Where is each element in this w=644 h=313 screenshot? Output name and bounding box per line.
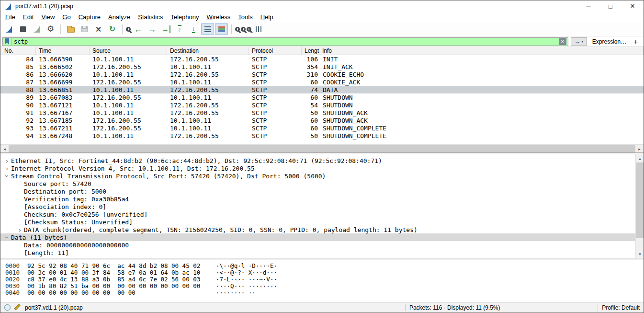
restart-capture-icon[interactable]	[30, 23, 43, 35]
zoom-out-icon[interactable]	[241, 27, 246, 32]
scroll-track[interactable]	[636, 238, 644, 250]
auto-scroll-icon[interactable]	[201, 23, 214, 35]
packet-row[interactable]: 9013.66712110.1.100.11172.16.200.55SCTP5…	[0, 101, 644, 109]
zoom-in-icon[interactable]	[235, 27, 240, 32]
scroll-down-icon[interactable]: ▾	[636, 250, 644, 258]
go-to-last-packet-icon[interactable]	[187, 23, 200, 35]
apply-filter-button[interactable]: → ▾	[571, 37, 587, 46]
clear-filter-icon[interactable]: ×	[559, 38, 566, 45]
packet-row[interactable]: 9113.66716710.1.100.11172.16.200.55SCTP5…	[0, 109, 644, 116]
status-profile[interactable]: Profile: Default	[602, 304, 640, 311]
start-capture-icon[interactable]	[2, 23, 15, 35]
detail-row[interactable]: Internet Protocol Version 4, Src: 10.1.1…	[0, 164, 635, 172]
open-file-icon[interactable]	[64, 23, 77, 35]
menu-go[interactable]: Go	[58, 12, 74, 22]
find-packet-icon[interactable]	[126, 27, 131, 32]
hex-bytes[interactable]: 00 00 00 00 00 00 00 00 00 00	[27, 290, 209, 296]
column-header[interactable]: Protocol	[249, 47, 302, 55]
detail-row[interactable]: [Length: 11]	[0, 249, 635, 256]
vertical-scrollbar[interactable]: ▴ ▾	[635, 154, 644, 258]
hex-ascii[interactable]: ·<··@·?· X···d···	[209, 269, 277, 276]
menu-help[interactable]: Help	[257, 12, 277, 22]
expand-arrow-icon[interactable]	[3, 173, 11, 180]
column-header[interactable]: Info	[319, 47, 644, 55]
display-filter-input[interactable]: sctp ×	[2, 37, 568, 46]
detail-row[interactable]: DATA chunk(ordered, complete segment, TS…	[0, 226, 635, 233]
detail-row[interactable]: Destination port: 5000	[0, 187, 635, 195]
expression-button[interactable]: Expression…	[589, 38, 629, 45]
column-header[interactable]: Source	[90, 47, 167, 55]
detail-row[interactable]: Source port: 57420	[0, 180, 635, 187]
colorize-packets-icon[interactable]	[215, 23, 228, 35]
hex-row[interactable]: 004000 00 00 00 00 00 00 00 00 00·······…	[0, 290, 644, 296]
detail-row[interactable]: Data (11 bytes)	[0, 233, 635, 241]
hex-row[interactable]: 001000 3c 00 01 40 00 3f 84 58 e7 0a 01 …	[0, 269, 644, 276]
packet-row[interactable]: 8913.667083172.16.200.5510.1.100.11SCTP6…	[0, 93, 644, 101]
go-to-first-packet-icon[interactable]	[173, 23, 186, 35]
horizontal-scroll-thumb[interactable]	[9, 145, 635, 152]
detail-row[interactable]: Verification tag: 0xa30b85a4	[0, 195, 635, 203]
menu-analyze[interactable]: Analyze	[104, 12, 134, 22]
hex-row[interactable]: 000092 5c 92 08 40 71 90 6c ac 44 8d b2 …	[0, 263, 644, 269]
detail-row[interactable]: Checksum: 0x0c7e0256 [unverified]	[0, 210, 635, 218]
detail-row[interactable]: Ethernet II, Src: Fortinet_44:8d:b2 (90:…	[0, 157, 635, 164]
hex-bytes[interactable]: 92 5c 92 08 40 71 90 6c ac 44 8d b2 08 0…	[27, 263, 209, 269]
filter-dropdown-icon[interactable]: ▾	[581, 39, 583, 44]
minimize-button[interactable]: ─	[577, 0, 599, 12]
hex-ascii[interactable]: ·7·L···· ···~·V··	[209, 276, 277, 283]
hex-ascii[interactable]: ····Q··· ········	[209, 283, 277, 290]
detail-row[interactable]: Stream Control Transmission Protocol, Sr…	[0, 172, 635, 180]
hex-row[interactable]: 003000 1b 80 82 51 ba 00 00 00 00 00 00 …	[0, 283, 644, 290]
capture-comment-icon[interactable]	[14, 304, 21, 311]
expand-arrow-icon[interactable]	[16, 226, 24, 233]
reload-file-icon[interactable]	[106, 23, 119, 35]
expand-arrow-icon[interactable]	[3, 234, 11, 241]
expert-info-icon[interactable]	[4, 304, 11, 311]
close-file-icon[interactable]	[92, 23, 105, 35]
menu-edit[interactable]: Edit	[19, 12, 37, 22]
scroll-left-icon[interactable]: ◂	[0, 145, 9, 153]
column-header[interactable]: Time	[36, 47, 90, 55]
packet-row[interactable]: 9213.667185172.16.200.5510.1.100.11SCTP6…	[0, 116, 644, 124]
close-button[interactable]: ×	[621, 0, 644, 12]
column-header[interactable]: Destination	[167, 47, 249, 55]
expand-arrow-icon[interactable]	[3, 157, 11, 164]
packet-row[interactable]: 9413.66724810.1.100.11172.16.200.55SCTP5…	[0, 132, 644, 139]
save-file-icon[interactable]	[78, 23, 91, 35]
scroll-right-icon[interactable]: ▸	[635, 145, 644, 153]
stop-capture-icon[interactable]	[16, 23, 29, 35]
column-header[interactable]: No.	[0, 47, 36, 55]
menu-telephony[interactable]: Telephony	[167, 12, 203, 22]
menu-statistics[interactable]: Statistics	[134, 12, 167, 22]
hex-bytes[interactable]: 00 3c 00 01 40 00 3f 84 58 e7 0a 01 64 0…	[27, 269, 209, 276]
go-back-icon[interactable]	[132, 23, 145, 35]
resize-columns-icon[interactable]	[252, 23, 265, 35]
add-filter-button[interactable]: +	[632, 37, 642, 46]
column-header[interactable]: Length	[302, 47, 319, 55]
go-forward-icon[interactable]	[146, 23, 158, 35]
menu-wireless[interactable]: Wireless	[203, 12, 235, 22]
go-to-packet-icon[interactable]	[159, 23, 172, 35]
menu-file[interactable]: File	[1, 12, 19, 22]
detail-row[interactable]: [Association index: 0]	[0, 203, 635, 210]
horizontal-scrollbar[interactable]: ◂ ▸	[0, 144, 644, 152]
menu-tools[interactable]: Tools	[234, 12, 256, 22]
packet-row[interactable]: 9313.667211172.16.200.5510.1.100.11SCTP6…	[0, 124, 644, 132]
vertical-scroll-thumb[interactable]	[636, 162, 644, 238]
capture-options-icon[interactable]	[44, 23, 57, 35]
hex-bytes[interactable]: 00 1b 80 82 51 ba 00 00 00 00 00 00 00 0…	[27, 283, 209, 290]
detail-row[interactable]: [Checksum Status: Unverified]	[0, 218, 635, 226]
menu-capture[interactable]: Capture	[75, 12, 104, 22]
hex-ascii[interactable]: ········ ··	[209, 290, 256, 296]
filter-bookmark-icon[interactable]	[5, 38, 9, 45]
packet-row[interactable]: 8713.666699172.16.200.5510.1.100.11SCTP6…	[0, 78, 644, 86]
detail-row[interactable]: Data: 0000000000000000000000	[0, 241, 635, 249]
packet-row[interactable]: 8513.666502172.16.200.5510.1.100.11SCTP3…	[0, 63, 644, 70]
scroll-up-icon[interactable]: ▴	[636, 154, 644, 162]
filter-text[interactable]: sctp	[11, 38, 559, 45]
hex-ascii[interactable]: ·\··@q·l ·D····E·	[209, 263, 277, 269]
hex-row[interactable]: 0020c8 37 e0 4c 13 88 a3 0b 85 a4 0c 7e …	[0, 276, 644, 283]
maximize-button[interactable]: □	[599, 0, 621, 12]
menu-view[interactable]: View	[37, 12, 58, 22]
hex-bytes[interactable]: c8 37 e0 4c 13 88 a3 0b 85 a4 0c 7e 02 5…	[27, 276, 209, 283]
